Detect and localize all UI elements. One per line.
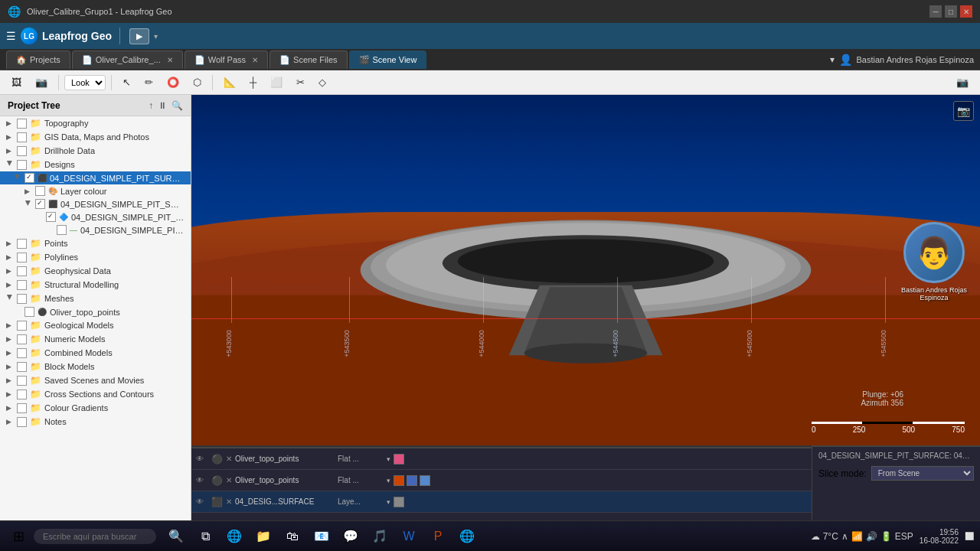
tab-oliver-close[interactable]: ✕ [167, 56, 173, 64]
taskbar-item-teams[interactable]: 💬 [337, 523, 364, 550]
tree-numeric[interactable]: ▶ 📁 Numeric Models [0, 332, 191, 346]
frame-button[interactable]: 🖼 [6, 73, 27, 91]
taskbar-item-word[interactable]: W [395, 523, 423, 550]
close-button[interactable]: ✕ [960, 5, 972, 18]
tree-check-topography[interactable] [17, 119, 27, 129]
layer-eye-3[interactable]: 👁 [196, 497, 208, 506]
slice-mode-select[interactable]: From Scene [871, 466, 974, 481]
tree-check-ds2[interactable] [35, 199, 45, 209]
tree-designs[interactable]: ▶ 📁 Designs [0, 158, 191, 171]
tree-geological[interactable]: ▶ 📁 Geological Models [0, 318, 191, 332]
screenshot-button[interactable]: 📷 [30, 73, 53, 91]
taskbar-item-app1[interactable]: 🎵 [366, 523, 394, 550]
start-button[interactable]: ⊞ [6, 524, 31, 549]
tree-notes[interactable]: ▶ 📁 Notes [0, 415, 191, 429]
tree-block[interactable]: ▶ 📁 Block Models [0, 360, 191, 373]
tree-structural[interactable]: ▶ 📁 Structural Modelling [0, 278, 191, 292]
tree-check-drillhole[interactable] [17, 146, 27, 156]
tree-check-cs[interactable] [17, 390, 27, 399]
tree-check-ss[interactable] [17, 376, 27, 386]
tree-colour-gradients[interactable]: ▶ 📁 Colour Gradients [0, 401, 191, 415]
transform-button[interactable]: ⬡ [188, 73, 207, 91]
sidebar-search-button[interactable]: 🔍 [172, 100, 183, 111]
tree-check-gis[interactable] [17, 132, 27, 142]
tab-scene-view[interactable]: 🎬 Scene View [349, 51, 427, 69]
layer-close-1[interactable]: ✕ [226, 455, 232, 463]
layer-eye-2[interactable]: 👁 [196, 476, 208, 484]
tree-points[interactable]: ▶ 📁 Points [0, 236, 191, 250]
taskbar-item-mail[interactable]: 📧 [308, 523, 335, 550]
taskbar-item-taskview[interactable]: ⧉ [191, 523, 219, 550]
tab-wolf-pass[interactable]: 📄 Wolf Pass ✕ [185, 51, 268, 69]
sidebar-up-button[interactable]: ↑ [149, 100, 153, 111]
tray-notification[interactable]: ⬜ [965, 532, 974, 540]
tab-projects[interactable]: 🏠 Projects [6, 51, 70, 69]
layer-color-2c[interactable] [420, 475, 430, 486]
tree-check-tp[interactable] [24, 307, 34, 317]
tree-check-str[interactable] [17, 280, 27, 290]
layer-close-3[interactable]: ✕ [226, 497, 232, 506]
look-select[interactable]: Look [64, 75, 106, 90]
tree-design-surface-1[interactable]: ▶ ⬛ 04_DESIGN_SIMPLE_PIT_SURFACE [0, 171, 191, 184]
play-button[interactable]: ▶ [129, 28, 149, 44]
tree-check-ds1[interactable] [24, 173, 34, 183]
hamburger-menu-button[interactable]: ☰ [6, 30, 16, 42]
maximize-button[interactable]: □ [945, 5, 957, 18]
tree-check-pts[interactable] [17, 239, 27, 249]
pen-button[interactable]: ✏ [139, 73, 158, 91]
camera-settings-button[interactable]: 📷 [951, 73, 974, 91]
tree-geophysical[interactable]: ▶ 📁 Geophysical Data [0, 264, 191, 278]
layer-eye-1[interactable]: 👁 [196, 455, 208, 463]
tree-check-blk[interactable] [17, 362, 27, 372]
select-button[interactable]: ↖ [117, 73, 136, 91]
tree-check-pl[interactable] [17, 253, 27, 262]
tree-meshes[interactable]: ▶ 📁 Meshes [0, 292, 191, 305]
tree-check-num[interactable] [17, 334, 27, 344]
taskbar-item-edge[interactable]: 🌐 [220, 523, 248, 550]
lasso-button[interactable]: ⭕ [162, 73, 185, 91]
tree-check-mesh[interactable] [17, 294, 27, 304]
tree-design-surface-3[interactable]: 🔷 04_DESIGN_SIMPLE_PIT_SURFACE [0, 210, 191, 223]
tray-expand[interactable]: ∧ [841, 531, 848, 542]
tree-layer-colour[interactable]: ▶ 🎨 Layer colour [0, 184, 191, 197]
tree-check-lc[interactable] [35, 186, 45, 196]
taskbar-item-store[interactable]: 🛍 [279, 523, 306, 550]
ruler-button[interactable]: ┼ [244, 73, 262, 91]
tree-cross-sections[interactable]: ▶ 📁 Cross Sections and Contours [0, 387, 191, 401]
tree-border-edges[interactable]: — 04_DESIGN_SIMPLE_PIT_SURFACE border ed… [0, 223, 191, 236]
taskbar-item-explorer[interactable]: 📁 [250, 523, 277, 550]
tab-extra-button[interactable]: ▾ [830, 54, 835, 65]
taskbar-item-powerpoint[interactable]: P [424, 523, 452, 550]
tree-check-geo[interactable] [17, 266, 27, 276]
cut-button[interactable]: ✂ [291, 73, 310, 91]
tree-polylines[interactable]: ▶ 📁 Polylines [0, 250, 191, 264]
camera-view-button[interactable]: 📷 [953, 101, 974, 121]
tree-check-comb[interactable] [17, 348, 27, 358]
tree-check-notes[interactable] [17, 417, 27, 427]
tool-button[interactable]: ◇ [313, 73, 332, 91]
minimize-button[interactable]: ─ [929, 5, 942, 18]
layer-color-2a[interactable] [394, 475, 404, 486]
taskbar-search-input[interactable] [34, 529, 156, 544]
sidebar-pause-button[interactable]: ⏸ [158, 100, 167, 111]
tree-topo-points[interactable]: ⚫ Oliver_topo_points [0, 305, 191, 318]
tree-design-surface-2[interactable]: ▶ ⬛ 04_DESIGN_SIMPLE_PIT_SURFACE [0, 197, 191, 210]
tree-check-gl[interactable] [17, 321, 27, 331]
tab-wolf-close[interactable]: ✕ [252, 56, 258, 64]
menu-arrow-button[interactable]: ▾ [154, 32, 158, 41]
tree-check-ds3[interactable] [46, 212, 56, 222]
tree-check-designs[interactable] [17, 160, 27, 170]
layer-color-3[interactable] [394, 497, 404, 507]
layer-close-2[interactable]: ✕ [226, 476, 232, 484]
taskbar-item-search[interactable]: 🔍 [162, 523, 190, 550]
tab-oliver-calibre[interactable]: 📄 Oliver_Calibre_... ✕ [72, 51, 183, 69]
tree-check-be[interactable] [57, 225, 67, 235]
slice-button[interactable]: ⬜ [265, 73, 288, 91]
tree-combined[interactable]: ▶ 📁 Combined Models [0, 346, 191, 360]
tree-drillhole[interactable]: ▶ 📁 Drillhole Data [0, 144, 191, 158]
tab-scene-files[interactable]: 📄 Scene Files [270, 51, 347, 69]
tree-saved-scenes[interactable]: ▶ 📁 Saved Scenes and Movies [0, 373, 191, 387]
layer-color-1[interactable] [394, 454, 404, 465]
tree-check-cg[interactable] [17, 403, 27, 413]
taskbar-item-geo[interactable]: 🌐 [453, 523, 481, 550]
